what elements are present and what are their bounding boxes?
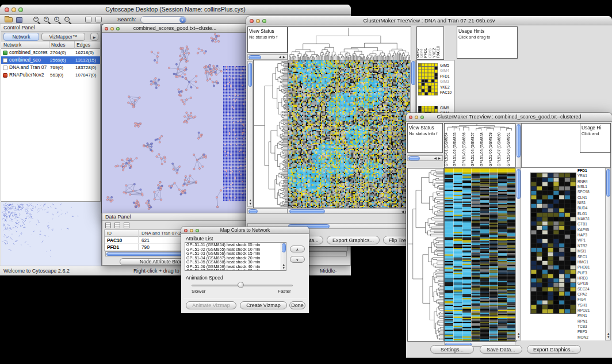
zoom-out-icon[interactable]: − bbox=[33, 17, 39, 22]
save-session-icon[interactable] bbox=[16, 17, 22, 23]
minimize-icon[interactable] bbox=[110, 27, 114, 30]
scrollbar-thumb[interactable] bbox=[289, 209, 325, 213]
scrollbar-thumb[interactable] bbox=[606, 169, 610, 197]
create-vizmap-button[interactable]: Create Vizmap bbox=[240, 301, 287, 309]
scroll-down-icon[interactable]: ▼ bbox=[607, 336, 610, 339]
slider-slower-label: Slower bbox=[192, 289, 205, 294]
row-dendrogram[interactable] bbox=[253, 60, 289, 208]
view-status-scrollbar[interactable]: ◀ ▶ bbox=[247, 54, 288, 60]
selected-genes-heatmap[interactable] bbox=[530, 173, 576, 314]
minimize-icon[interactable] bbox=[415, 116, 418, 119]
data-panel-title: Data Panel bbox=[105, 213, 131, 220]
network-canvas[interactable] bbox=[102, 33, 248, 213]
zoom-fit-icon[interactable]: □ bbox=[64, 17, 70, 22]
slider-thumb[interactable] bbox=[238, 282, 244, 288]
scrollbar-thumb[interactable] bbox=[408, 156, 420, 160]
control-panel-title: Control Panel bbox=[1, 24, 100, 32]
overview-icon[interactable] bbox=[95, 17, 102, 22]
maximize-icon[interactable] bbox=[262, 19, 266, 23]
column-label: GIM3 bbox=[429, 48, 433, 58]
tab-vizmapper[interactable]: VizMapper™ bbox=[41, 33, 85, 41]
attribute-list-scrollbar[interactable]: ▲ ▼ bbox=[281, 243, 286, 270]
scrollbar-thumb[interactable] bbox=[517, 169, 521, 199]
animate-vizmap-button[interactable]: Animate Vizmap bbox=[186, 301, 236, 309]
treeview-dna-titlebar[interactable]: ClusterMaker TreeView : DNA and Tran 07-… bbox=[246, 16, 612, 25]
heatmap-vertical-scrollbar[interactable]: ▲ ▼ bbox=[515, 168, 521, 340]
scrollbar-thumb[interactable] bbox=[517, 124, 521, 158]
annotation-icon[interactable] bbox=[85, 17, 91, 22]
minimize-icon[interactable] bbox=[12, 7, 16, 12]
scrollbar-thumb[interactable] bbox=[411, 61, 415, 85]
maximize-icon[interactable] bbox=[18, 7, 23, 12]
column-header-id[interactable]: ID bbox=[107, 230, 112, 236]
close-icon[interactable] bbox=[250, 19, 254, 23]
create-attribute-icon[interactable] bbox=[114, 223, 120, 228]
expression-heatmap[interactable] bbox=[288, 60, 411, 208]
export-graphics-button[interactable]: Export Graphics... bbox=[527, 345, 581, 354]
scroll-down-icon[interactable]: ▼ bbox=[282, 267, 285, 270]
move-down-button[interactable]: ∨ bbox=[290, 256, 305, 263]
zoom-actual-icon[interactable]: 1 bbox=[54, 17, 59, 22]
attribute-list-item[interactable]: GPL51-07 (GSM860) heat shock 60 min bbox=[185, 269, 281, 271]
scroll-right-icon[interactable]: ▶ bbox=[438, 157, 441, 160]
zoom-in-icon[interactable]: + bbox=[44, 17, 49, 22]
column-dendrogram[interactable] bbox=[288, 26, 411, 61]
export-graphics-button[interactable]: Export Graphics... bbox=[327, 236, 380, 244]
treeview-combined-titlebar[interactable]: ClusterMaker TreeView : combined_scores_… bbox=[406, 113, 612, 122]
minimize-icon[interactable] bbox=[256, 19, 260, 23]
dialog-titlebar[interactable]: Map Colors to Network bbox=[181, 227, 309, 234]
gene-summary-matrix-1[interactable] bbox=[418, 63, 438, 95]
network-overview-thumbnail[interactable] bbox=[2, 202, 100, 266]
settings-button[interactable]: Settings... bbox=[430, 345, 474, 354]
scrollbar-thumb[interactable] bbox=[248, 63, 252, 87]
network-table-row[interactable]: combined_scores2764(0)16218(0) bbox=[1, 49, 100, 56]
close-icon[interactable] bbox=[105, 27, 108, 30]
column-header-network[interactable]: Network bbox=[3, 41, 21, 48]
close-icon[interactable] bbox=[409, 116, 412, 119]
gene-label: KAP95 bbox=[577, 227, 603, 232]
network-table-row[interactable]: combined_sco2569(6)13112(15) bbox=[1, 56, 100, 64]
close-icon[interactable] bbox=[5, 7, 9, 12]
scroll-left-icon[interactable]: ◀ bbox=[434, 157, 437, 160]
dendrogram-horizontal-scrollbar[interactable] bbox=[247, 208, 288, 214]
close-icon[interactable] bbox=[184, 229, 188, 232]
heatmap-horizontal-scrollbar[interactable]: ◀ ▶ bbox=[288, 208, 410, 214]
column-header-nodes[interactable]: Nodes bbox=[51, 41, 66, 48]
scrollbar-thumb[interactable] bbox=[248, 55, 261, 59]
scroll-down-icon[interactable]: ▼ bbox=[249, 202, 252, 206]
row-scrollbar-left[interactable]: ▲ ▼ bbox=[247, 61, 253, 207]
maximize-icon[interactable] bbox=[116, 27, 120, 30]
main-titlebar[interactable]: Cytoscape Desktop (Session Name: collins… bbox=[0, 5, 351, 15]
gene-list-scrollbar[interactable]: ▲ ▼ bbox=[605, 168, 611, 340]
tab-network[interactable]: Network bbox=[3, 33, 39, 41]
tab-overflow-icon[interactable]: ▶ bbox=[90, 33, 98, 41]
scroll-down-icon[interactable]: ▼ bbox=[517, 336, 520, 339]
column-dendrogram[interactable] bbox=[445, 124, 515, 131]
maximize-icon[interactable] bbox=[196, 229, 199, 232]
select-attributes-icon[interactable] bbox=[105, 223, 111, 228]
row-dendrogram[interactable] bbox=[407, 168, 444, 342]
save-data-button[interactable]: Save Data... bbox=[480, 345, 522, 354]
search-dropdown-icon[interactable]: ▾ bbox=[179, 17, 186, 23]
done-button[interactable]: Done bbox=[289, 301, 305, 309]
scroll-left-icon[interactable]: ◀ bbox=[279, 56, 281, 59]
scrollbar-thumb[interactable] bbox=[248, 209, 258, 213]
network-window-titlebar[interactable]: combined_scores_good.txt--cluste... bbox=[102, 24, 248, 33]
network-table-row[interactable]: RNAPuberNov2563(0)107847(0) bbox=[1, 71, 100, 79]
expression-heatmap[interactable] bbox=[444, 168, 517, 342]
minimize-icon[interactable] bbox=[190, 229, 193, 232]
scroll-right-icon[interactable]: ▶ bbox=[283, 56, 285, 59]
delete-attribute-icon[interactable] bbox=[124, 223, 129, 228]
animation-speed-label: Animation Speed bbox=[186, 275, 223, 281]
search-input[interactable]: ▾ bbox=[140, 16, 186, 24]
scroll-left-icon[interactable]: ◀ bbox=[401, 210, 404, 214]
column-header-edges[interactable]: Edges bbox=[76, 41, 90, 48]
move-up-button[interactable]: ∧ bbox=[290, 246, 305, 252]
network-table-row[interactable]: DNA and Tran 07769(0)183728(0) bbox=[1, 64, 100, 71]
summary-gene-label: GIM5 bbox=[440, 63, 452, 68]
open-session-icon[interactable] bbox=[5, 17, 13, 22]
view-status-scrollbar[interactable]: ◀ ▶ bbox=[407, 155, 443, 161]
scrollbar-thumb[interactable] bbox=[282, 243, 286, 252]
maximize-icon[interactable] bbox=[420, 116, 424, 119]
column-scrollbar[interactable] bbox=[515, 123, 521, 168]
